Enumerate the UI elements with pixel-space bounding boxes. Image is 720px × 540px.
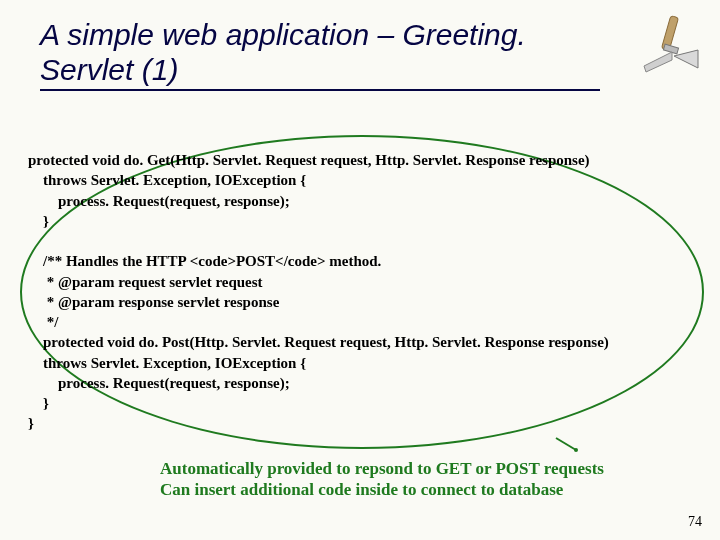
page-number: 74	[688, 514, 702, 530]
slide: A simple web application – Greeting. Ser…	[0, 0, 720, 540]
svg-line-4	[556, 438, 576, 450]
slide-title: A simple web application – Greeting. Ser…	[40, 18, 600, 91]
annotation-text: Automatically provided to repsond to GET…	[160, 458, 680, 501]
svg-point-5	[574, 448, 578, 452]
code-block: protected void do. Get(Http. Servlet. Re…	[28, 150, 688, 434]
svg-marker-3	[644, 52, 672, 72]
trowel-icon	[636, 6, 706, 76]
